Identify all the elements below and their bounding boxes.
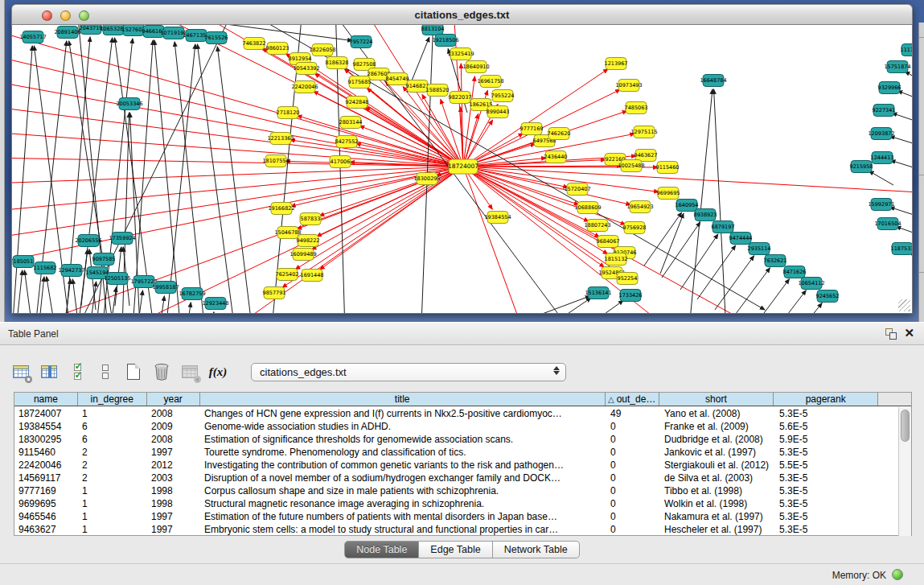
table-cell-year[interactable]: 2003: [147, 472, 200, 484]
table-cell-pagerank[interactable]: 5.3E-5: [775, 472, 880, 484]
scrollbar-thumb[interactable]: [901, 410, 910, 442]
column-header-out_de[interactable]: △out_de…: [606, 393, 659, 406]
table-row[interactable]: 1456911722003Disruption of a novel membe…: [14, 472, 899, 484]
table-cell-year[interactable]: 2008: [147, 407, 200, 420]
table-cell-title[interactable]: Disruption of a novel member of a sodium…: [200, 472, 606, 484]
column-header-year[interactable]: year: [147, 393, 200, 406]
table-cell-name[interactable]: 18724007: [14, 407, 78, 420]
table-cell-short[interactable]: Wolkin et al. (1998): [660, 497, 775, 510]
table-cell-year[interactable]: 1998: [147, 484, 200, 497]
table-cell-short[interactable]: Jankovic et al. (1997): [660, 446, 775, 459]
table-settings-button[interactable]: [11, 362, 31, 381]
table-cell-short[interactable]: Franke et al. (2009): [660, 420, 775, 433]
table-cell-in_degree[interactable]: 1: [78, 510, 147, 523]
table-cell-in_degree[interactable]: 2: [78, 459, 147, 472]
resize-grip-icon[interactable]: [898, 299, 910, 311]
table-cell-out_de[interactable]: 0: [606, 433, 660, 446]
table-cell-short[interactable]: Tibbo et al. (1998): [660, 484, 775, 497]
table-cell-short[interactable]: Hescheler et al. (1997): [660, 523, 775, 536]
table-cell-in_degree[interactable]: 1: [78, 407, 147, 420]
table-cell-out_de[interactable]: 0: [606, 472, 660, 484]
table-cell-year[interactable]: 1997: [147, 523, 200, 536]
table-cell-title[interactable]: Estimation of significance thresholds fo…: [200, 433, 606, 446]
table-cell-out_de[interactable]: 49: [606, 407, 660, 420]
table-cell-name[interactable]: 22420046: [14, 459, 78, 472]
table-cell-name[interactable]: 9699695: [14, 497, 78, 510]
table-cell-out_de[interactable]: 0: [606, 523, 660, 536]
table-cell-title[interactable]: Structural magnetic resonance image aver…: [200, 497, 606, 510]
table-cell-out_de[interactable]: 0: [606, 459, 660, 472]
table-cell-short[interactable]: Yano et al. (2008): [660, 407, 775, 420]
table-cell-pagerank[interactable]: 5.3E-5: [775, 497, 880, 510]
table-cell-pagerank[interactable]: 5.3E-5: [775, 446, 880, 459]
minimize-window-button[interactable]: [60, 10, 71, 21]
close-window-button[interactable]: [42, 10, 52, 21]
table-cell-short[interactable]: Nakamura et al. (1997): [660, 510, 775, 523]
table-cell-name[interactable]: 18300295: [14, 433, 78, 446]
table-row[interactable]: 1872400712008Changes of HCN gene express…: [14, 407, 899, 420]
table-cell-name[interactable]: 9465546: [14, 510, 78, 523]
table-cell-name[interactable]: 14569117: [14, 472, 78, 484]
row-height-button[interactable]: [96, 362, 115, 381]
table-cell-short[interactable]: Dudbridge et al. (2008): [660, 433, 775, 446]
table-cell-name[interactable]: 9777169: [14, 484, 78, 497]
table-cell-out_de[interactable]: 0: [606, 420, 660, 433]
table-row[interactable]: 946554611997Estimation of the future num…: [14, 510, 899, 523]
table-cell-pagerank[interactable]: 5.3E-5: [775, 484, 880, 497]
table-panel-header[interactable]: Table Panel ✕: [0, 322, 924, 345]
new-table-button[interactable]: [124, 362, 143, 381]
network-canvas[interactable]: 1872400774638229860123891295418226058105…: [11, 25, 913, 313]
tab-edge-table[interactable]: Edge Table: [419, 541, 492, 558]
table-cell-out_de[interactable]: 0: [606, 510, 660, 523]
column-header-name[interactable]: name: [14, 393, 78, 406]
memory-status-indicator[interactable]: [892, 569, 903, 580]
table-cell-title[interactable]: Estimation of the future numbers of pati…: [200, 510, 606, 523]
table-cell-in_degree[interactable]: 2: [78, 472, 147, 484]
tab-network-table[interactable]: Network Table: [493, 541, 580, 558]
table-cell-name[interactable]: 9463627: [14, 523, 78, 536]
column-header-short[interactable]: short: [659, 393, 774, 406]
table-cell-in_degree[interactable]: 1: [78, 484, 147, 497]
table-row[interactable]: 977716911998Corpus callosum shape and si…: [14, 484, 899, 497]
table-selector-dropdown[interactable]: citations_edges.txt: [251, 363, 566, 381]
table-cell-in_degree[interactable]: 6: [78, 420, 147, 433]
column-header-title[interactable]: title: [200, 393, 606, 406]
table-cell-out_de[interactable]: 0: [606, 446, 660, 459]
table-cell-year[interactable]: 1997: [147, 510, 200, 523]
table-cell-pagerank[interactable]: 5.6E-5: [775, 420, 880, 433]
table-cell-in_degree[interactable]: 2: [78, 446, 147, 459]
tab-node-table[interactable]: Node Table: [344, 541, 419, 558]
function-builder-button[interactable]: f(x): [208, 362, 228, 381]
network-window-titlebar[interactable]: citations_edges.txt: [11, 4, 913, 25]
citation-network-graph[interactable]: 1872400774638229860123891295418226058105…: [12, 25, 912, 313]
column-header-in_degree[interactable]: in_degree: [78, 393, 147, 406]
select-columns-button[interactable]: [39, 362, 59, 381]
table-cell-title[interactable]: Corpus callosum shape and size in male p…: [200, 484, 606, 497]
table-cell-year[interactable]: 1997: [147, 446, 200, 459]
table-cell-name[interactable]: 9115460: [14, 446, 78, 459]
table-cell-name[interactable]: 19384554: [14, 420, 78, 433]
table-row[interactable]: 911546021997Tourette syndrome. Phenomeno…: [14, 446, 899, 459]
zoom-window-button[interactable]: [79, 10, 89, 21]
table-cell-year[interactable]: 2009: [147, 420, 200, 433]
close-panel-icon[interactable]: ✕: [904, 326, 914, 340]
table-cell-short[interactable]: Stergiakouli et al. (2012): [660, 459, 775, 472]
table-cell-title[interactable]: Changes of HCN gene expression and I(f) …: [200, 407, 606, 420]
table-cell-in_degree[interactable]: 6: [78, 433, 147, 446]
table-cell-title[interactable]: Genome-wide association studies in ADHD.: [200, 420, 606, 433]
table-cell-pagerank[interactable]: 5.3E-5: [775, 407, 880, 420]
table-cell-title[interactable]: Tourette syndrome. Phenomenology and cla…: [200, 446, 606, 459]
table-row[interactable]: 969969511998Structural magnetic resonanc…: [14, 497, 899, 510]
table-cell-out_de[interactable]: 0: [606, 484, 660, 497]
table-cell-in_degree[interactable]: 1: [78, 497, 147, 510]
select-all-columns-button[interactable]: [68, 362, 87, 381]
table-row[interactable]: 1830029562008Estimation of significance …: [14, 433, 899, 446]
table-cell-title[interactable]: Investigating the contribution of common…: [200, 459, 606, 472]
table-cell-pagerank[interactable]: 5.3E-5: [775, 510, 880, 523]
vertical-scrollbar[interactable]: [898, 407, 911, 536]
table-cell-pagerank[interactable]: 5.5E-5: [775, 459, 880, 472]
table-cell-pagerank[interactable]: 5.9E-5: [775, 433, 880, 446]
delete-attributes-button[interactable]: [152, 362, 171, 381]
table-cell-year[interactable]: 1998: [147, 497, 200, 510]
column-header-pagerank[interactable]: pagerank: [774, 393, 878, 406]
